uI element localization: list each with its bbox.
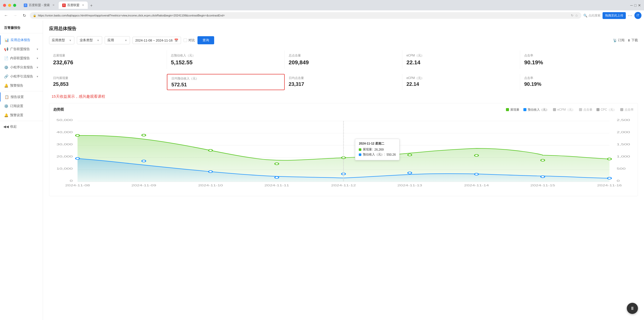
tab1-close-icon[interactable]: ✕ <box>52 4 55 7</box>
download-button[interactable]: ⬇ 下载 <box>628 38 638 43</box>
forward-button[interactable]: → <box>12 12 19 19</box>
legend-ecpm[interactable]: eCPM（元） <box>553 108 575 112</box>
legend-income-dot <box>523 108 526 111</box>
url-input[interactable]: 🔒 https://union.baidu.com/bqt/appco.html… <box>30 12 581 19</box>
date-range-picker[interactable]: 2024-11-08 ~ 2024-11-16 📅 <box>132 37 181 44</box>
app-select[interactable]: 应用 ▼ <box>105 36 130 44</box>
biz-type-chevron-icon: ▼ <box>97 39 99 42</box>
new-tab-button[interactable]: + <box>88 2 95 9</box>
stat-ctr-primary-label: 点击率 <box>524 53 634 58</box>
chart-section: 趋势图 展现量 预估收入（元） eCPM（元） <box>49 103 638 196</box>
refresh-url-icon[interactable]: ↻ <box>571 14 573 17</box>
compare-checkbox[interactable] <box>184 38 187 42</box>
stat-ctr-primary: 点击率 90.19% <box>520 50 638 69</box>
sidebar-item-content-alliance[interactable]: 📄 内容联盟报告 ▼ <box>0 54 43 63</box>
filter-bar: 应用类型 ▼ 业务类型 ▼ 应用 ▼ 2024-11-08 ~ 2024-11-… <box>49 36 638 44</box>
content-alliance-icon: 📄 <box>4 56 8 60</box>
window-maximize-button[interactable] <box>13 4 16 7</box>
chevron-down-icon-3: ▼ <box>36 66 39 69</box>
sidebar-collapse-button[interactable]: ◀◀ 收起 <box>0 122 43 131</box>
svg-text:0: 0 <box>617 179 620 182</box>
stat-total-income: 总预估收入（元） 5,152.55 <box>167 50 285 69</box>
svg-text:30,000: 30,000 <box>56 143 73 146</box>
compare-checkbox-container[interactable]: 对比 <box>184 38 195 43</box>
legend-income[interactable]: 预估收入（元） <box>523 108 549 112</box>
window-close-icon[interactable]: ✕ <box>638 3 641 7</box>
pause-icon: ⏸ <box>630 306 635 311</box>
biz-type-label: 业务类型 <box>80 38 93 43</box>
tab2-close-icon[interactable]: ✕ <box>82 4 84 7</box>
miniprogram-traffic-icon: 🔗 <box>4 74 8 78</box>
sidebar-item-label-app-report: 应用总体报告 <box>11 38 30 42</box>
chart-svg: 50,000 40,000 30,000 20,000 10,000 0 2,5… <box>53 116 634 192</box>
floating-action-button[interactable]: ⏸ <box>627 303 638 314</box>
svg-point-28 <box>142 160 146 162</box>
sidebar-item-miniprogram-traffic[interactable]: 🔗 小程序引流报告 ▼ <box>0 72 43 81</box>
legend-cpc[interactable]: CPC（元） <box>596 108 616 112</box>
more-options-icon[interactable]: ⋯ <box>628 13 632 18</box>
biz-type-select[interactable]: 业务类型 ▼ <box>77 36 102 44</box>
browser-tab-1[interactable]: 百 百度联盟 - 搜索 ✕ <box>20 2 58 9</box>
chart-title: 趋势图 <box>53 107 64 112</box>
stat-ecpm-secondary-label: eCPM（元） <box>406 76 516 80</box>
stat-ecpm-primary-value: 22.14 <box>406 59 516 66</box>
legend-income-label: 预估收入（元） <box>528 108 549 112</box>
sidebar-item-report-settings[interactable]: 📋 报告设置 <box>0 92 43 102</box>
upload-button[interactable]: 拖拽至此上传 <box>603 12 626 19</box>
sidebar-item-alert-settings[interactable]: 🔔 预警设置 <box>0 111 43 120</box>
query-button[interactable]: 查询 <box>197 36 214 44</box>
tab1-favicon: 百 <box>24 4 27 7</box>
svg-text:2,000: 2,000 <box>617 131 630 134</box>
svg-text:2024-11-15: 2024-11-15 <box>530 184 555 187</box>
svg-text:2024-11-10: 2024-11-10 <box>198 184 223 187</box>
legend-views[interactable]: 展现量 <box>506 108 519 112</box>
window-minimize-button[interactable] <box>8 4 11 7</box>
search-placeholder[interactable]: 点此搜索 <box>588 13 601 18</box>
svg-point-32 <box>408 172 412 174</box>
sidebar-item-subscribe-settings[interactable]: ⚙️ 订阅设置 <box>0 102 43 111</box>
collapse-label: 收起 <box>10 124 17 129</box>
search-icon[interactable]: 🔍 <box>583 14 587 17</box>
window-restore-icon[interactable]: □ <box>634 3 636 7</box>
stat-ctr-secondary-value: 90.19% <box>524 81 634 87</box>
sidebar-item-label-ad-alliance: 广告联盟报告 <box>10 47 30 51</box>
legend-ctr-label: 点击率 <box>625 108 634 112</box>
back-button[interactable]: ← <box>3 12 10 19</box>
sidebar-item-app-report[interactable]: 📊 应用总体报告 <box>0 35 43 45</box>
stat-ctr-primary-value: 90.19% <box>524 59 634 66</box>
svg-text:500: 500 <box>617 167 626 170</box>
app-type-label: 应用类型 <box>52 38 65 43</box>
compare-label: 对比 <box>188 38 195 43</box>
sidebar-item-alert-report[interactable]: 🔔 预警报告 <box>0 81 43 90</box>
app-type-select[interactable]: 应用类型 ▼ <box>49 36 74 44</box>
stat-total-views: 总展现量 232,676 <box>49 50 167 69</box>
svg-point-23 <box>408 154 412 156</box>
miniprogram-dist-icon: ⚙️ <box>4 65 8 69</box>
browser-tab-2[interactable]: 百 百度联盟 ✕ <box>59 2 88 9</box>
sidebar-item-ad-alliance[interactable]: 📢 广告联盟报告 ▼ <box>0 45 43 54</box>
user-avatar[interactable]: iT <box>634 12 641 19</box>
legend-clicks[interactable]: 点击量 <box>579 108 592 112</box>
svg-point-34 <box>541 176 545 178</box>
bookmark-icon[interactable]: ☆ <box>575 13 578 17</box>
sidebar-item-miniprogram-dist[interactable]: ⚙️ 小程序分发报告 ▼ <box>0 63 43 72</box>
legend-ctr[interactable]: 点击率 <box>620 108 634 112</box>
sidebar-item-label-report-settings: 报告设置 <box>11 95 24 99</box>
refresh-button[interactable]: ↻ <box>21 12 28 19</box>
sidebar-item-label-subscribe-settings: 订阅设置 <box>10 104 23 108</box>
chart-container[interactable]: 50,000 40,000 30,000 20,000 10,000 0 2,5… <box>53 116 634 192</box>
window-close-button[interactable] <box>3 4 6 7</box>
legend-views-label: 展现量 <box>510 108 519 112</box>
svg-point-18 <box>76 134 79 136</box>
stat-ecpm-primary-label: eCPM（元） <box>406 53 516 58</box>
stat-total-income-value: 5,152.55 <box>171 59 280 66</box>
sidebar-item-label-miniprogram-traffic: 小程序引流报告 <box>10 74 33 79</box>
svg-point-26 <box>608 158 611 160</box>
svg-text:2024-11-09: 2024-11-09 <box>131 184 156 187</box>
stats-primary-grid: 总展现量 232,676 总预估收入（元） 5,152.55 总点击量 209,… <box>49 50 638 69</box>
sidebar-divider-2 <box>0 121 43 121</box>
app-layout: 百青藤报告 📊 应用总体报告 📢 广告联盟报告 ▼ 📄 内容联盟报告 ▼ ⚙️ … <box>0 21 644 320</box>
svg-text:20,000: 20,000 <box>56 155 73 158</box>
window-minimize-icon[interactable]: ─ <box>630 3 633 7</box>
subscribe-button[interactable]: 📡 订阅 <box>613 38 625 43</box>
